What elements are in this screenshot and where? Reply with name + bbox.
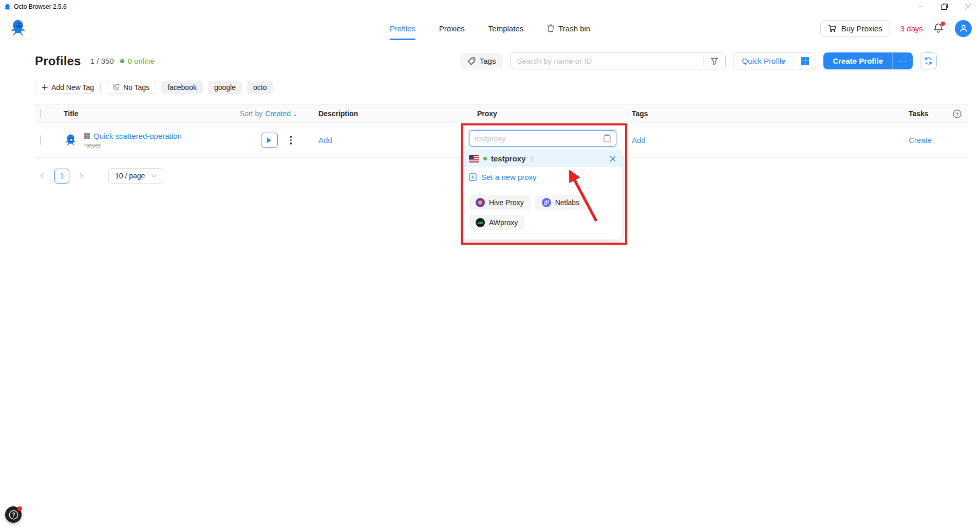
description-column-header: Description (312, 109, 471, 118)
next-page-button[interactable] (74, 169, 89, 183)
plus-icon (42, 84, 48, 90)
row-select-cell (35, 136, 58, 145)
filter-button[interactable] (704, 57, 725, 65)
octo-browser-window: Octo Browser 2.5.6 Profiles Proxies Temp… (0, 0, 980, 530)
provider-awproxy[interactable]: AW AWproxy (469, 215, 524, 230)
tag-filter-google[interactable]: google (208, 81, 242, 94)
provider-hive-proxy[interactable]: Hive Proxy (469, 195, 531, 210)
close-button[interactable] (956, 0, 980, 13)
create-task-link[interactable]: Create (909, 136, 932, 144)
online-dot-icon (120, 59, 124, 63)
netlabs-icon (542, 198, 551, 207)
nav-tab-profiles[interactable]: Profiles (390, 13, 416, 43)
header-right: Buy Proxies 3 days (820, 20, 972, 37)
select-all-cell (35, 109, 58, 118)
tag-filter-facebook[interactable]: facebook (161, 81, 203, 94)
search-input[interactable] (511, 57, 703, 65)
provider-label: Netlabs (555, 198, 579, 207)
add-description-link[interactable]: Add (318, 136, 332, 144)
sort-field-button[interactable]: Created (265, 109, 291, 118)
funnel-icon (710, 57, 719, 65)
hive-proxy-icon (476, 198, 485, 207)
help-button[interactable]: ? (5, 506, 22, 523)
proxy-search-input[interactable] (469, 134, 601, 143)
online-count: 0 online (128, 57, 155, 65)
no-tags-filter[interactable]: No Tags (106, 81, 156, 94)
tag-filters-row: Add New Tag No Tags facebook google octo (35, 81, 945, 94)
page-controls: Tags Quick Profile Create Profile ··· (460, 52, 937, 69)
sort-by-label: Sort by (240, 109, 262, 118)
tasks-column-header: Tasks (909, 109, 929, 118)
provider-label: AWproxy (489, 218, 518, 227)
clipboard-icon (604, 134, 611, 142)
app-icon (4, 4, 11, 10)
add-column-icon[interactable] (953, 109, 962, 118)
tag-label: facebook (167, 83, 197, 92)
chevron-down-icon (151, 174, 157, 178)
profile-title-link[interactable]: Quick scattered-operation (93, 132, 182, 140)
nav-tab-proxies[interactable]: Proxies (439, 13, 465, 43)
close-icon (610, 156, 616, 162)
notification-badge (941, 22, 945, 26)
page-number[interactable]: 1 (54, 169, 69, 184)
create-profile-label: Create Profile (823, 52, 892, 69)
row-menu-button[interactable] (289, 135, 293, 145)
no-tag-icon (112, 84, 120, 91)
row-checkbox[interactable] (40, 135, 41, 145)
nav-tab-trash-bin[interactable]: Trash bin (547, 13, 590, 43)
create-profile-button[interactable]: Create Profile ··· (823, 52, 913, 69)
page-header-row: Profiles 1 / 350 0 online Tags Quick Pro… (35, 52, 937, 69)
profile-texts: Quick scattered-operation never (84, 132, 182, 149)
provider-netlabs[interactable]: Netlabs (535, 195, 586, 210)
proxy-column-header: Proxy (471, 109, 626, 118)
proxy-usage-count: 1 (530, 155, 534, 163)
nav-tab-templates[interactable]: Templates (488, 13, 523, 43)
sort-direction-icon[interactable]: ↓ (293, 109, 297, 118)
page-size-select[interactable]: 10 / page (108, 168, 163, 184)
proxy-dropdown-panel: testproxy 1 Set a new proxy Hive Proxy N… (463, 150, 622, 240)
proxy-name: testproxy (491, 154, 526, 163)
add-tags-link[interactable]: Add (632, 136, 646, 144)
main-nav: Profiles Proxies Templates Trash bin (390, 13, 590, 43)
question-icon: ? (9, 510, 18, 520)
create-profile-more-button[interactable]: ··· (893, 52, 913, 69)
provider-label: Hive Proxy (489, 198, 524, 207)
add-new-tag-button[interactable]: Add New Tag (35, 81, 101, 94)
page-size-value: 10 / page (115, 172, 145, 180)
refresh-button[interactable] (920, 52, 937, 69)
title-column-header: Title (64, 109, 79, 118)
minimize-button[interactable] (909, 0, 933, 13)
start-profile-button[interactable] (261, 133, 278, 148)
us-flag-icon (469, 155, 479, 162)
tag-filter-octo[interactable]: octo (247, 81, 273, 94)
proxy-providers: Hive Proxy Netlabs AW AWproxy (463, 188, 622, 237)
notifications-button[interactable] (933, 23, 945, 34)
account-avatar[interactable] (955, 20, 972, 37)
profile-last-run: never (84, 141, 182, 149)
description-cell: Add (312, 136, 471, 145)
table-header: Title Sort by Created ↓ Description Prox… (35, 104, 968, 123)
quick-profile-label: Quick Profile (733, 53, 794, 69)
prev-page-button[interactable] (35, 169, 49, 183)
proxy-option-testproxy[interactable]: testproxy 1 (463, 150, 622, 167)
set-new-proxy-button[interactable]: Set a new proxy (463, 167, 622, 188)
trash-icon (547, 24, 555, 32)
cart-icon (828, 24, 837, 32)
buy-proxies-button[interactable]: Buy Proxies (820, 20, 890, 36)
tags-filter-button[interactable]: Tags (460, 53, 503, 69)
paste-proxy-button[interactable] (601, 134, 616, 142)
proxy-search-input-wrap (469, 130, 616, 147)
add-new-tag-label: Add New Tag (51, 83, 94, 92)
quick-profile-os-button[interactable] (794, 53, 816, 69)
trial-days-left[interactable]: 3 days (900, 24, 923, 33)
quick-profile-button[interactable]: Quick Profile (733, 52, 816, 69)
restore-button[interactable] (933, 0, 956, 13)
octo-logo[interactable] (8, 17, 30, 39)
page-title: Profiles (35, 54, 81, 68)
profile-avatar (64, 133, 79, 148)
chevron-right-icon (80, 173, 84, 179)
select-all-checkbox[interactable] (40, 109, 41, 118)
awproxy-icon: AW (476, 218, 485, 227)
remove-proxy-button[interactable] (610, 156, 616, 162)
proxy-online-dot (483, 157, 487, 160)
